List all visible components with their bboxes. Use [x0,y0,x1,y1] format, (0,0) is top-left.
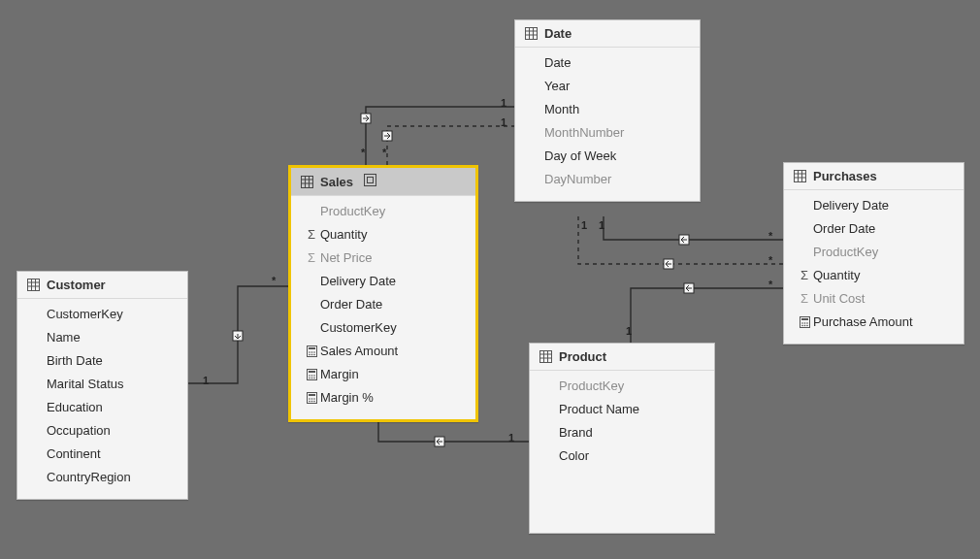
table-date[interactable]: Date Date Year Month MonthNumber Day of … [514,19,701,202]
svg-point-47 [313,378,315,379]
field-row[interactable]: CustomerKey [17,303,187,326]
table-icon [301,176,313,188]
field-row[interactable]: Delivery Date [784,194,964,217]
field-row[interactable]: Product Name [530,398,714,421]
table-purchases[interactable]: Purchases Delivery Date Order Date Produ… [783,162,964,345]
field-row[interactable]: Year [515,75,700,98]
svg-point-38 [310,354,312,356]
card-label: 1 [203,375,209,386]
fields-list: CustomerKey Name Birth Date Marital Stat… [17,299,187,499]
field-row[interactable]: Occupation [17,419,187,443]
svg-point-22 [801,325,803,327]
svg-point-36 [313,351,315,353]
field-row[interactable]: ProductKey [291,200,475,223]
field-row[interactable]: Brand [530,421,714,444]
svg-rect-30 [364,175,376,186]
card-label: 1 [581,219,587,231]
field-row[interactable]: Color [530,444,714,468]
card-label: * [361,147,365,158]
svg-point-21 [806,322,808,324]
svg-rect-33 [309,347,315,349]
field-row[interactable]: Name [17,326,187,349]
card-label: * [768,279,772,290]
card-label: * [382,147,386,158]
field-row[interactable]: Birth Date [17,349,187,373]
field-row[interactable]: Date [515,51,700,75]
field-row[interactable]: Delivery Date [291,270,475,293]
svg-point-23 [803,325,805,327]
focus-icon[interactable] [364,174,376,189]
table-title: Product [559,349,606,364]
svg-point-55 [313,401,315,403]
svg-rect-6 [684,283,694,293]
fields-list: Date Year Month MonthNumber Day of Week … [515,48,700,201]
calc-icon [303,369,320,380]
table-icon [525,27,538,40]
svg-rect-31 [367,178,373,183]
calc-icon [796,316,813,328]
field-row[interactable]: Margin % [291,386,475,410]
svg-point-34 [309,351,310,353]
table-header[interactable]: Purchases [784,163,964,190]
svg-point-19 [801,322,803,324]
table-icon [539,350,552,363]
field-row[interactable]: CustomerKey [291,316,475,340]
table-title: Date [544,26,572,41]
svg-rect-5 [664,259,673,269]
card-label: 1 [599,219,604,231]
calc-icon [303,345,320,357]
table-customer[interactable]: Customer CustomerKey Name Birth Date Mar… [16,271,188,500]
table-header[interactable]: Product [530,344,714,371]
field-row[interactable]: ΣQuantity [291,223,475,247]
table-title: Purchases [813,169,877,183]
svg-point-50 [309,398,310,400]
sigma-icon: Σ [796,267,813,284]
table-header[interactable]: Date [515,20,700,48]
table-icon [27,279,40,291]
svg-point-45 [309,378,310,379]
field-row[interactable]: ΣUnit Cost [784,287,964,311]
field-row[interactable]: ProductKey [784,241,964,264]
svg-rect-3 [435,437,444,446]
field-row[interactable]: Day of Week [515,145,700,168]
svg-point-20 [803,322,805,324]
field-row[interactable]: ΣNet Price [291,247,475,270]
svg-point-53 [309,401,310,403]
sigma-icon: Σ [303,249,320,267]
svg-point-46 [310,378,312,379]
card-label: 1 [626,325,632,337]
field-row[interactable]: Marital Status [17,373,187,396]
table-header[interactable]: Customer [17,272,187,299]
svg-rect-25 [302,176,313,187]
field-row[interactable]: ΣQuantity [784,264,964,287]
svg-point-24 [806,325,808,327]
card-label: * [768,254,772,266]
card-label: 1 [501,97,506,109]
svg-rect-4 [679,235,689,245]
calc-icon [303,392,320,404]
field-row[interactable]: Education [17,396,187,419]
svg-point-42 [309,375,310,377]
table-product[interactable]: Product ProductKey Product Name Brand Co… [529,343,715,534]
svg-point-54 [310,401,312,403]
field-row[interactable]: CountryRegion [17,466,187,489]
svg-rect-2 [233,331,243,341]
field-row[interactable]: ProductKey [530,375,714,398]
svg-point-39 [313,354,315,356]
field-row[interactable]: Purchase Amount [784,311,964,334]
field-row[interactable]: Month [515,98,700,121]
svg-rect-61 [540,351,552,363]
field-row[interactable]: Order Date [291,293,475,316]
svg-point-37 [309,354,310,356]
field-row[interactable]: MonthNumber [515,121,700,145]
sigma-icon: Σ [303,226,320,244]
table-header[interactable]: Sales [291,168,475,196]
svg-rect-41 [309,371,315,373]
table-sales[interactable]: Sales ProductKey ΣQuantity ΣNet Price De… [288,165,478,422]
field-row[interactable]: Continent [17,443,187,466]
svg-rect-0 [361,114,371,123]
field-row[interactable]: Order Date [784,217,964,241]
field-row[interactable]: Margin [291,363,475,386]
field-row[interactable]: DayNumber [515,168,700,191]
field-row[interactable]: Sales Amount [291,340,475,363]
